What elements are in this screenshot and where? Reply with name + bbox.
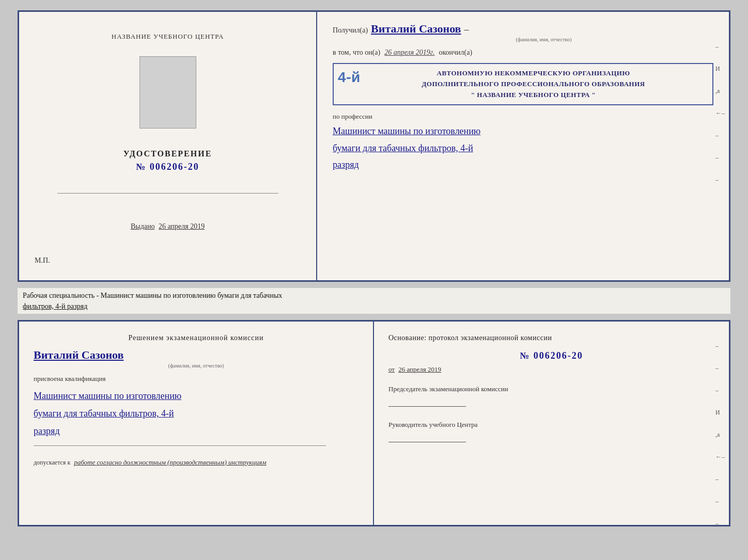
bmark-8: –: [715, 498, 725, 505]
received-label: Получил(а): [333, 26, 368, 35]
stamp-rect: 4-й АВТОНОМНУЮ НЕКОММЕРЧЕСКУЮ ОРГАНИЗАЦИ…: [333, 63, 713, 105]
certificate-bottom: Решением экзаменационной комиссии Витали…: [18, 320, 730, 526]
cert-right-panel: Получил(а) Виталий Сазонов – (фамилия, и…: [317, 12, 729, 280]
profession-name-top: Машинист машины по изготовлению бумаги д…: [333, 123, 713, 173]
bottom-left-panel: Решением экзаменационной комиссии Витали…: [19, 322, 374, 525]
profession-label: по профессии: [333, 113, 713, 121]
mark-3: ,а: [715, 87, 725, 95]
school-name-top-label: НАЗВАНИЕ УЧЕБНОГО ЦЕНТРА: [112, 33, 224, 41]
chairman-signature-line: [388, 398, 466, 407]
bottom-person-name: Виталий Сазонов: [34, 348, 359, 362]
specialty-prefix: Рабочая специальность - Машинист машины …: [23, 292, 282, 299]
mark-2: И: [715, 65, 725, 73]
decision-title: Решением экзаменационной комиссии: [34, 334, 359, 342]
basis-date-value: 26 апреля 2019: [398, 365, 441, 373]
stamp-line2: ДОПОЛНИТЕЛЬНОГО ПРОФЕССИОНАЛЬНОГО ОБРАЗО…: [361, 79, 706, 90]
stamp-line3: " НАЗВАНИЕ УЧЕБНОГО ЦЕНТРА ": [361, 90, 706, 101]
stamp-big-number: 4-й: [338, 66, 361, 89]
finished-label: окончил(а): [439, 49, 473, 57]
qual-line2: бумаги для табачных фильтров, 4-й: [34, 405, 359, 422]
bmark-2: –: [715, 364, 725, 372]
cert-number-top: № 006206-20: [123, 162, 212, 172]
chairman-label-text: Председатель экзаменационной комиссии: [388, 385, 508, 393]
bottom-fio-hint: (фамилия, имя, отчество): [34, 363, 359, 369]
допускается-text: работе согласно должностным (производств…: [74, 458, 266, 466]
recipient-name-top: Виталий Сазонов: [371, 22, 461, 36]
stamp-block: 4-й АВТОНОМНУЮ НЕКОММЕРЧЕСКУЮ ОРГАНИЗАЦИ…: [333, 63, 713, 105]
dash-top: –: [464, 24, 469, 35]
cert-title-block: УДОСТОВЕРЕНИЕ № 006206-20: [123, 149, 212, 172]
bmark-4: И: [715, 409, 725, 417]
cert-left-panel: НАЗВАНИЕ УЧЕБНОГО ЦЕНТРА УДОСТОВЕРЕНИЕ №…: [19, 12, 317, 280]
vtom-date: 26 апреля 2019г.: [384, 49, 434, 57]
right-side-marks-bottom: – – – И ,а ←– – – –: [715, 342, 725, 527]
mark-6: –: [715, 154, 725, 162]
head-label-text: Руководитель учебного Центра: [388, 421, 478, 428]
head-signature-line: [388, 434, 466, 442]
stamp-line1: АВТОНОМНУЮ НЕКОММЕРЧЕСКУЮ ОРГАНИЗАЦИЮ: [361, 68, 706, 79]
qual-line3: разряд: [34, 422, 359, 440]
mark-5: –: [715, 132, 725, 139]
head-label: Руководитель учебного Центра: [388, 420, 714, 445]
bmark-3: –: [715, 387, 725, 394]
right-side-marks-top: – И ,а ←– – – –: [715, 43, 725, 184]
bmark-7: –: [715, 475, 725, 483]
certificate-top: НАЗВАНИЕ УЧЕБНОГО ЦЕНТРА УДОСТОВЕРЕНИЕ №…: [18, 10, 730, 282]
issued-label: Выдано: [131, 222, 155, 230]
basis-date-prefix: от: [388, 365, 395, 373]
qual-line1: Машинист машины по изготовлению: [34, 387, 359, 405]
issued-date: 26 апреля 2019: [159, 222, 205, 230]
mark-7: –: [715, 176, 725, 184]
cert-issued: Выдано 26 апреля 2019: [131, 222, 205, 231]
photo-placeholder: [139, 56, 196, 129]
mark-4: ←–: [715, 109, 725, 117]
допускается-label: допускается к: [34, 459, 70, 466]
profession-line3: разряд: [333, 156, 713, 173]
profession-line2: бумаги для табачных фильтров, 4-й: [333, 140, 713, 156]
mark-1: –: [715, 43, 725, 51]
qualification-label: присвоена квалификация: [34, 375, 359, 383]
bmark-9: –: [715, 520, 725, 527]
basis-label: Основание: протокол экзаменационной коми…: [388, 334, 714, 342]
fio-hint-top: (фамилия, имя, отчество): [374, 37, 713, 42]
specialty-line: Рабочая специальность - Машинист машины …: [18, 288, 730, 314]
bmark-1: –: [715, 342, 725, 350]
mp-label: М.П.: [35, 257, 50, 265]
basis-number: № 006206-20: [388, 350, 714, 361]
cert-title: УДОСТОВЕРЕНИЕ: [123, 149, 212, 158]
vtom-label: в том, что он(а): [333, 49, 380, 57]
bmark-5: ,а: [715, 431, 725, 439]
specialty-suffix: фильтров, 4-й разряд: [23, 302, 87, 310]
допускается-line: допускается к работе согласно должностны…: [34, 458, 359, 467]
qualification-name: Машинист машины по изготовлению бумаги д…: [34, 387, 359, 440]
profession-line1: Машинист машины по изготовлению: [333, 123, 713, 139]
bmark-6: ←–: [715, 453, 725, 461]
basis-date: от 26 апреля 2019: [388, 365, 714, 374]
bottom-right-panel: Основание: протокол экзаменационной коми…: [374, 322, 729, 525]
chairman-label: Председатель экзаменационной комиссии: [388, 384, 714, 409]
vtom-line: в том, что он(а) 26 апреля 2019г. окончи…: [333, 49, 713, 57]
